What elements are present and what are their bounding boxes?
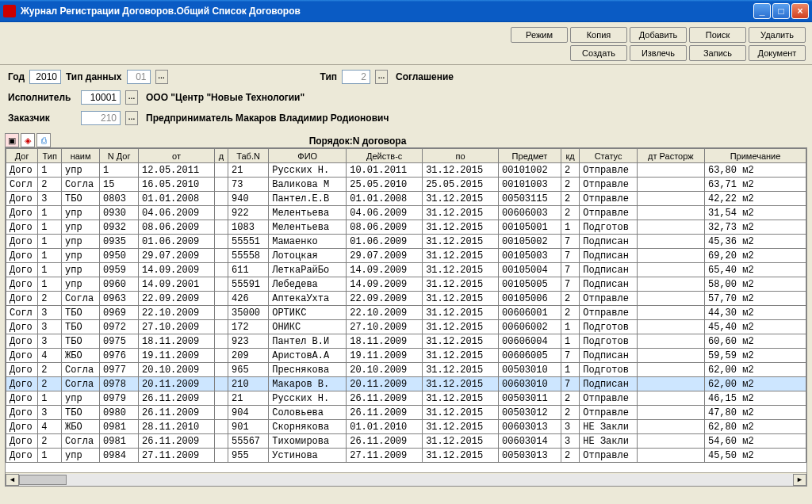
cell-prim[interactable]: 62,80 м2 <box>705 420 806 434</box>
cell-ndog[interactable]: 0981 <box>100 420 139 434</box>
table-row[interactable]: Дого1упр095914.09.2009611ЛеткаРайБо14.09… <box>6 263 806 277</box>
cell-kd[interactable]: 7 <box>561 235 579 249</box>
cell-tip[interactable]: 4 <box>38 349 62 363</box>
table-row[interactable]: Дого3ТБО097227.10.2009172ОНИКС27.10.2009… <box>6 320 806 334</box>
cell-naim[interactable]: Согла <box>62 292 100 306</box>
cell-prim[interactable]: 45,36 м2 <box>705 235 806 249</box>
cell-fio[interactable]: ЛеткаРайБо <box>269 263 347 277</box>
cell-deist[interactable]: 01.01.2010 <box>347 420 423 434</box>
cell-deist[interactable]: 26.11.2009 <box>347 406 423 420</box>
cell-tip[interactable]: 1 <box>38 220 62 235</box>
cell-pred[interactable]: 00105001 <box>499 220 561 235</box>
cell-ndog[interactable]: 15 <box>100 178 139 192</box>
column-header[interactable]: от <box>139 149 215 163</box>
table-row[interactable]: Дого1упр096014.09.200155591Лебедева14.09… <box>6 277 806 292</box>
cell-ndog[interactable]: 0984 <box>100 449 139 463</box>
cell-ndog[interactable]: 0930 <box>100 206 139 220</box>
cell-pred[interactable]: 00606002 <box>499 320 561 334</box>
cell-ot[interactable]: 26.11.2009 <box>139 406 215 420</box>
column-header[interactable]: наим <box>62 149 100 163</box>
cell-dog[interactable]: Согл <box>6 306 38 320</box>
cell-rast[interactable] <box>637 406 704 420</box>
cell-deist[interactable]: 26.11.2009 <box>347 434 423 449</box>
cell-ndog[interactable]: 0959 <box>100 263 139 277</box>
cell-d[interactable] <box>215 434 228 449</box>
cell-d[interactable] <box>215 178 228 192</box>
cell-tabn[interactable]: 209 <box>228 349 269 363</box>
cell-kd[interactable]: 1 <box>561 363 579 377</box>
column-header[interactable]: N Дог <box>100 149 139 163</box>
cell-tabn[interactable]: 210 <box>228 377 269 391</box>
cell-d[interactable] <box>215 349 228 363</box>
cell-naim[interactable]: упр <box>62 263 100 277</box>
cell-fio[interactable]: Пантел В.И <box>269 334 347 349</box>
column-header[interactable]: Предмет <box>499 149 561 163</box>
tip-input[interactable] <box>342 70 370 84</box>
cell-kd[interactable]: 1 <box>561 320 579 334</box>
cell-tabn[interactable]: 904 <box>228 406 269 420</box>
cell-fio[interactable]: Мамаенко <box>269 235 347 249</box>
cell-naim[interactable]: упр <box>62 449 100 463</box>
cell-naim[interactable]: упр <box>62 391 100 406</box>
cell-naim[interactable]: ЖБО <box>62 349 100 363</box>
cell-stat[interactable]: Отправле <box>580 206 637 220</box>
cell-kd[interactable]: 2 <box>561 206 579 220</box>
cell-stat[interactable]: НЕ Закли <box>580 420 637 434</box>
cell-ot[interactable]: 19.11.2009 <box>139 349 215 363</box>
cell-po[interactable]: 31.12.2015 <box>423 334 499 349</box>
cell-rast[interactable] <box>637 235 704 249</box>
table-row[interactable]: Дого2Согла097720.10.2009965Преснякова20.… <box>6 363 806 377</box>
cell-prim[interactable]: 54,60 м2 <box>705 434 806 449</box>
cell-kd[interactable]: 3 <box>561 434 579 449</box>
cell-tabn[interactable]: 55558 <box>228 249 269 263</box>
cell-rast[interactable] <box>637 420 704 434</box>
cell-stat[interactable]: Подписан <box>580 377 637 391</box>
cell-stat[interactable]: Подписан <box>580 249 637 263</box>
cell-ot[interactable]: 16.05.2010 <box>139 178 215 192</box>
cell-po[interactable]: 31.12.2015 <box>423 434 499 449</box>
cell-po[interactable]: 31.12.2015 <box>423 406 499 420</box>
cell-tabn[interactable]: 1083 <box>228 220 269 235</box>
cell-deist[interactable]: 27.10.2009 <box>347 320 423 334</box>
cell-fio[interactable]: Мелентьева <box>269 206 347 220</box>
cell-dog[interactable]: Дого <box>6 363 38 377</box>
close-button[interactable]: × <box>791 3 809 19</box>
cell-ot[interactable]: 01.06.2009 <box>139 235 215 249</box>
cell-prim[interactable]: 42,22 м2 <box>705 192 806 206</box>
cell-fio[interactable]: Устинова <box>269 449 347 463</box>
toolbar-button-извлечь[interactable]: Извлечь <box>630 45 687 61</box>
executor-lookup-button[interactable]: … <box>125 90 138 105</box>
executor-input[interactable] <box>81 90 121 105</box>
cell-stat[interactable]: Отправле <box>580 178 637 192</box>
cell-stat[interactable]: Подготов <box>580 320 637 334</box>
cell-ndog[interactable]: 0981 <box>100 434 139 449</box>
maximize-button[interactable]: □ <box>772 3 790 19</box>
cell-kd[interactable]: 3 <box>561 420 579 434</box>
cell-deist[interactable]: 20.11.2009 <box>347 377 423 391</box>
scroll-right-button[interactable]: ► <box>793 474 806 486</box>
cell-naim[interactable]: Согла <box>62 178 100 192</box>
cell-ndog[interactable]: 0950 <box>100 249 139 263</box>
cell-deist[interactable]: 14.09.2009 <box>347 263 423 277</box>
cell-fio[interactable]: Русских Н. <box>269 391 347 406</box>
cell-rast[interactable] <box>637 306 704 320</box>
cell-fio[interactable]: Лебедева <box>269 277 347 292</box>
cell-rast[interactable] <box>637 320 704 334</box>
cell-prim[interactable]: 47,80 м2 <box>705 406 806 420</box>
cell-d[interactable] <box>215 220 228 235</box>
cell-prim[interactable]: 63,80 м2 <box>705 163 806 178</box>
cell-kd[interactable]: 7 <box>561 377 579 391</box>
cell-stat[interactable]: Отправле <box>580 391 637 406</box>
cell-tip[interactable]: 1 <box>38 163 62 178</box>
cell-naim[interactable]: упр <box>62 277 100 292</box>
cell-rast[interactable] <box>637 449 704 463</box>
cell-d[interactable] <box>215 391 228 406</box>
cell-naim[interactable]: ТБО <box>62 192 100 206</box>
cell-tabn[interactable]: 611 <box>228 263 269 277</box>
cell-dog[interactable]: Дого <box>6 206 38 220</box>
cell-ndog[interactable]: 0978 <box>100 377 139 391</box>
cell-d[interactable] <box>215 163 228 178</box>
cell-pred[interactable]: 00503013 <box>499 449 561 463</box>
customer-lookup-button[interactable]: … <box>125 111 138 125</box>
nav-icon-3[interactable]: ⎙ <box>36 133 51 147</box>
